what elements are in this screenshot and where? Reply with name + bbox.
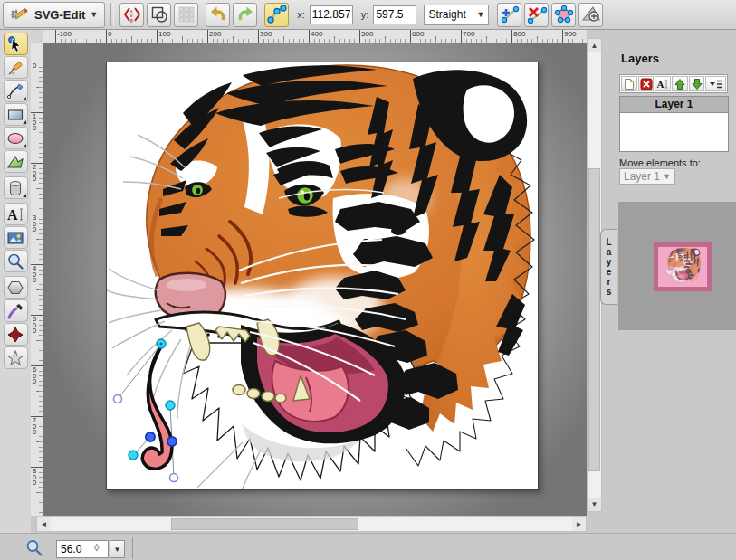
tool-shape-library[interactable]	[4, 176, 28, 199]
segment-type-select[interactable]: Straight ▼	[424, 5, 489, 25]
zoom-level-input[interactable]	[56, 540, 109, 558]
arrow-down-icon	[691, 78, 703, 90]
scroll-right-button[interactable]: ►	[572, 517, 586, 531]
rename-layer-icon: A	[656, 78, 669, 90]
grid-button[interactable]	[174, 3, 198, 27]
ruler-corner	[31, 30, 43, 43]
add-node-button[interactable]	[497, 3, 521, 27]
pencil-icon	[6, 59, 24, 77]
tool-eyedropper[interactable]	[4, 299, 28, 322]
edit-node-tool-button[interactable]	[264, 3, 289, 27]
wireframe-button[interactable]	[147, 3, 171, 27]
y-label: y:	[361, 9, 369, 20]
ruler-vertical: 01 0 02 0 03 0 04 0 05 0 06 0 07 0 08 0 …	[31, 43, 43, 516]
undo-button[interactable]	[206, 3, 230, 27]
scroll-left-button[interactable]: ◄	[37, 517, 51, 531]
zoom-dropdown-button[interactable]: ▼	[110, 540, 125, 558]
eyedropper-icon	[6, 302, 24, 320]
layer-sidepanel-button[interactable]	[705, 76, 726, 91]
tool-connector[interactable]	[4, 323, 28, 346]
undo-icon	[208, 5, 228, 24]
main-menu-button[interactable]: SVG-Edit ▼	[3, 2, 105, 28]
move-layer-down-button[interactable]	[689, 76, 705, 91]
flyout-arrow-icon	[23, 97, 26, 100]
select-arrow-icon	[6, 35, 24, 53]
open-path-button[interactable]	[551, 3, 576, 27]
tool-star[interactable]	[4, 346, 28, 369]
chevron-down-icon: ▼	[476, 10, 484, 19]
tool-ellipse[interactable]	[4, 127, 28, 149]
scroll-up-button[interactable]: ▲	[588, 39, 601, 52]
vertical-scroll-thumb[interactable]	[588, 168, 600, 471]
new-layer-button[interactable]	[621, 76, 637, 91]
arrow-up-icon	[674, 78, 686, 90]
open-path-icon	[553, 4, 575, 25]
tool-pen-path[interactable]	[4, 80, 28, 102]
layer-list-item[interactable]: Layer 1	[620, 97, 728, 113]
tiger-artwork	[107, 62, 538, 489]
scroll-down-button[interactable]: ▼	[588, 498, 601, 511]
svg-text:A: A	[657, 79, 664, 90]
zoom-magnifier-icon	[25, 539, 43, 557]
tools-palette: A	[0, 30, 31, 533]
source-code-button[interactable]: s v g	[119, 3, 144, 27]
star-icon	[6, 349, 24, 367]
layer-buttons-row: A	[619, 74, 728, 93]
tool-path-shape[interactable]	[4, 150, 28, 173]
flyout-arrow-icon	[23, 144, 26, 147]
layer-thumbnail[interactable]	[654, 242, 712, 291]
toolbar-separator	[110, 3, 114, 26]
svg-text:g: g	[129, 17, 132, 24]
rename-layer-button[interactable]: A	[655, 76, 671, 91]
statusbar-separator	[132, 537, 133, 559]
main-menu-label: SVG-Edit	[34, 8, 85, 22]
layers-side-tab[interactable]: L a y e r s	[600, 229, 617, 305]
tool-polygon[interactable]	[4, 276, 28, 299]
layer-menu-icon	[708, 78, 724, 90]
layers-panel-title: Layers	[621, 52, 659, 65]
add-node-icon	[499, 4, 521, 25]
layer-preview-area	[618, 202, 736, 330]
tool-image[interactable]	[4, 226, 28, 249]
tool-pencil[interactable]	[4, 56, 28, 79]
tool-text[interactable]: A	[4, 203, 28, 225]
horizontal-scrollbar[interactable]: ◄ ►	[36, 517, 587, 532]
ruler-horizontal: -1000100200300400500600700800900100	[43, 30, 587, 43]
layers-panel: Layers A	[602, 30, 736, 533]
x-input[interactable]	[310, 5, 353, 24]
grid-icon	[177, 5, 196, 24]
layer-list[interactable]: Layer 1	[619, 96, 729, 152]
magnifier-icon	[6, 252, 24, 271]
delete-node-icon	[526, 4, 548, 25]
redo-button[interactable]	[233, 3, 257, 27]
horizontal-scroll-thumb[interactable]	[171, 518, 358, 530]
move-elements-select[interactable]: Layer 1 ▼	[619, 168, 675, 185]
main-toolbar: SVG-Edit ▼ s v g	[0, 0, 736, 30]
make-flat-icon	[580, 4, 602, 25]
delete-layer-button[interactable]	[638, 76, 655, 91]
tool-select[interactable]	[4, 33, 28, 55]
node-link-tool-icon	[266, 4, 288, 25]
path-shape-icon	[6, 153, 24, 171]
zoom-spinner[interactable]: ◊	[94, 542, 99, 553]
chevron-down-icon: ▼	[90, 10, 98, 19]
tool-zoom[interactable]	[4, 250, 28, 272]
source-code-icon: s v g	[123, 5, 141, 24]
svg-edit-window: SVG-Edit ▼ s v g	[0, 0, 736, 560]
shapes-wireframe-icon	[150, 5, 168, 24]
canvas-workspace[interactable]	[43, 43, 587, 516]
chevron-down-icon: ▼	[663, 172, 671, 181]
x-label: x:	[297, 9, 305, 20]
text-icon: A	[6, 205, 24, 223]
image-icon	[6, 229, 24, 247]
svgedit-logo-pencil-icon	[10, 5, 30, 24]
delete-node-button[interactable]	[524, 3, 549, 27]
redo-icon	[235, 5, 255, 24]
y-input[interactable]	[373, 5, 416, 24]
tool-rectangle[interactable]	[4, 103, 28, 126]
move-layer-up-button[interactable]	[672, 76, 688, 91]
move-elements-label: Move elements to:	[619, 157, 701, 168]
delete-layer-icon	[640, 78, 653, 90]
make-flat-button[interactable]	[578, 3, 603, 27]
svg-document[interactable]	[106, 62, 539, 490]
